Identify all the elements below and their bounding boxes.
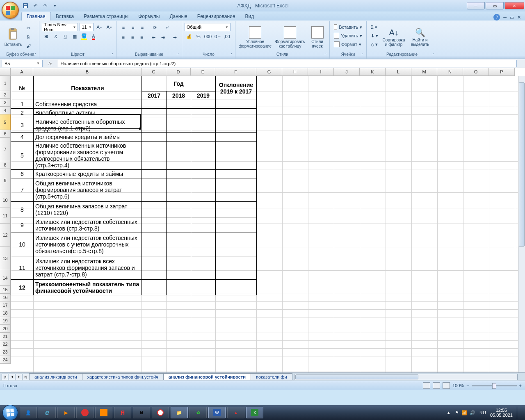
row-header-21[interactable]: 21 bbox=[0, 333, 11, 340]
fill-button[interactable]: ⬇ ▾ bbox=[369, 32, 380, 40]
conditional-formatting-button[interactable]: Условное форматирование bbox=[238, 22, 272, 52]
row-header-20[interactable]: 20 bbox=[0, 325, 11, 333]
row-header-18[interactable]: 18 bbox=[0, 309, 11, 317]
borders-icon[interactable]: ▦ bbox=[70, 32, 79, 41]
col-header-H[interactable]: H bbox=[282, 68, 308, 76]
taskbar-calc-icon[interactable]: 🖩 bbox=[133, 407, 150, 418]
view-layout-icon[interactable] bbox=[433, 382, 440, 389]
tab-Вид[interactable]: Вид bbox=[240, 12, 259, 21]
tab-Вставка[interactable]: Вставка bbox=[51, 12, 79, 21]
align-center-icon[interactable]: ≡ bbox=[128, 33, 137, 41]
col-header-L[interactable]: L bbox=[386, 68, 411, 76]
format-cells-button[interactable]: Формат ▾ bbox=[332, 40, 364, 48]
sort-filter-button[interactable]: A↓Сортировка и фильтр bbox=[381, 22, 406, 52]
row-header-3[interactable]: 3 bbox=[0, 99, 11, 107]
row-header-6[interactable]: 6 bbox=[0, 130, 11, 138]
close-button[interactable]: ✕ bbox=[504, 2, 524, 9]
taskbar-yandex-icon[interactable]: Я bbox=[114, 407, 131, 418]
row-header-12[interactable]: 12 bbox=[0, 224, 11, 247]
row-header-24[interactable]: 24 bbox=[0, 356, 11, 364]
bold-button[interactable]: Ж bbox=[42, 32, 51, 41]
sheet-tab[interactable]: показатели фи bbox=[251, 373, 292, 380]
show-desktop-button[interactable] bbox=[517, 406, 521, 419]
row-header-19[interactable]: 19 bbox=[0, 317, 11, 325]
tab-Рецензирование[interactable]: Рецензирование bbox=[192, 12, 240, 21]
col-header-M[interactable]: M bbox=[411, 68, 437, 76]
merge-icon[interactable]: ⬌ bbox=[171, 33, 179, 41]
sheet-nav-last[interactable]: ▸| bbox=[23, 374, 29, 380]
horizontal-scrollbar[interactable] bbox=[294, 374, 518, 380]
align-middle-icon[interactable]: ≡ bbox=[128, 23, 137, 32]
row-header-8[interactable]: 8 bbox=[0, 161, 11, 169]
taskbar-icq-icon[interactable]: ✿ bbox=[189, 407, 207, 418]
row-header-4[interactable]: 4 bbox=[0, 107, 11, 114]
tray-network-icon[interactable]: 📶 bbox=[461, 410, 467, 415]
tab-Формулы[interactable]: Формулы bbox=[133, 12, 164, 21]
insert-cells-button[interactable]: Вставить ▾ bbox=[332, 23, 364, 31]
format-as-table-button[interactable]: Форматировать как таблицу bbox=[274, 22, 306, 52]
grow-font-icon[interactable]: A▲ bbox=[95, 23, 103, 31]
col-header-O[interactable]: O bbox=[463, 68, 489, 76]
format-painter-icon[interactable]: 🖌 bbox=[24, 42, 33, 50]
row-header-14[interactable]: 14 bbox=[0, 270, 11, 286]
start-button[interactable] bbox=[2, 405, 18, 420]
align-top-icon[interactable]: ≡ bbox=[119, 23, 128, 32]
sheet-nav-prev[interactable]: ◂ bbox=[9, 374, 15, 380]
tray-volume-icon[interactable]: 🔊 bbox=[470, 410, 475, 415]
col-header-C[interactable]: C bbox=[142, 68, 166, 76]
cell-styles-button[interactable]: Стили ячеек bbox=[308, 22, 327, 52]
font-color-icon[interactable]: A bbox=[89, 32, 98, 41]
minimize-button[interactable]: ─ bbox=[467, 2, 485, 9]
sheet-nav-next[interactable]: ▸ bbox=[16, 374, 22, 380]
taskbar-media-icon[interactable]: ▶ bbox=[57, 407, 75, 418]
row-header-5[interactable]: 5 bbox=[0, 114, 11, 130]
qat-dropdown-icon[interactable]: ▼ bbox=[51, 2, 59, 9]
taskbar-browser-icon[interactable] bbox=[152, 407, 169, 418]
row-header-7[interactable]: 7 bbox=[0, 138, 11, 161]
decrease-indent-icon[interactable]: ⇤ bbox=[149, 33, 158, 41]
autosum-button[interactable]: Σ ▾ bbox=[369, 23, 380, 31]
sheet-nav-first[interactable]: |◂ bbox=[2, 374, 8, 380]
currency-icon[interactable]: 💰 bbox=[185, 32, 194, 41]
col-header-F[interactable]: F bbox=[215, 68, 256, 76]
zoom-slider[interactable] bbox=[472, 385, 517, 386]
align-bottom-icon[interactable]: ≡ bbox=[138, 23, 147, 32]
select-all-corner[interactable] bbox=[0, 68, 11, 76]
row-header-11[interactable]: 11 bbox=[0, 208, 11, 224]
clear-button[interactable]: ◇ ▾ bbox=[369, 40, 380, 48]
shrink-font-icon[interactable]: A▼ bbox=[105, 23, 114, 31]
copy-icon[interactable]: ⎘ bbox=[24, 33, 33, 41]
sheet-tab[interactable]: анализ ликвидности bbox=[29, 373, 82, 380]
view-pagebreak-icon[interactable] bbox=[443, 382, 450, 389]
tray-flag-icon[interactable]: ⚑ bbox=[455, 410, 459, 415]
doc-close-icon[interactable]: ✕ bbox=[517, 15, 521, 20]
tray-up-icon[interactable]: ▲ bbox=[446, 410, 451, 415]
row-header-2[interactable]: 2 bbox=[0, 91, 11, 99]
sheet-tab[interactable]: анализ финансовой устойчивости bbox=[163, 373, 251, 380]
delete-cells-button[interactable]: Удалить ▾ bbox=[332, 32, 364, 40]
italic-button[interactable]: К bbox=[51, 32, 60, 41]
spreadsheet-grid[interactable]: №ПоказателиГодОтклонение 2019 к 20172017… bbox=[11, 76, 525, 372]
col-header-A[interactable]: A bbox=[11, 68, 33, 76]
name-box[interactable]: B5▼ bbox=[2, 60, 43, 67]
col-header-B[interactable]: B bbox=[33, 68, 142, 76]
tab-Разметка страницы[interactable]: Разметка страницы bbox=[79, 12, 133, 21]
cut-icon[interactable]: ✂ bbox=[24, 24, 33, 32]
zoom-in-icon[interactable]: + bbox=[519, 383, 522, 388]
col-header-J[interactable]: J bbox=[334, 68, 360, 76]
col-header-I[interactable]: I bbox=[308, 68, 334, 76]
find-select-button[interactable]: 🔍Найти и выделить bbox=[408, 22, 432, 52]
taskbar-ie-icon[interactable]: e bbox=[39, 407, 56, 418]
sheet-tab[interactable]: характеристика типов фин.устойч bbox=[82, 373, 164, 380]
taskbar-ok-icon[interactable] bbox=[95, 407, 112, 418]
formula-bar[interactable]: Наличие собственных оборотных средств (с… bbox=[58, 60, 517, 67]
taskbar-pdf-icon[interactable]: ▲ bbox=[227, 407, 244, 418]
taskbar-word-icon[interactable]: W bbox=[208, 407, 226, 418]
row-header-1[interactable]: 1 bbox=[0, 76, 11, 91]
col-header-N[interactable]: N bbox=[437, 68, 463, 76]
maximize-button[interactable]: ▭ bbox=[486, 2, 504, 9]
col-header-K[interactable]: K bbox=[360, 68, 386, 76]
vertical-scrollbar[interactable] bbox=[518, 76, 525, 372]
font-name-combo[interactable]: Times New Rom▼ bbox=[42, 23, 78, 31]
row-header-13[interactable]: 13 bbox=[0, 247, 11, 270]
